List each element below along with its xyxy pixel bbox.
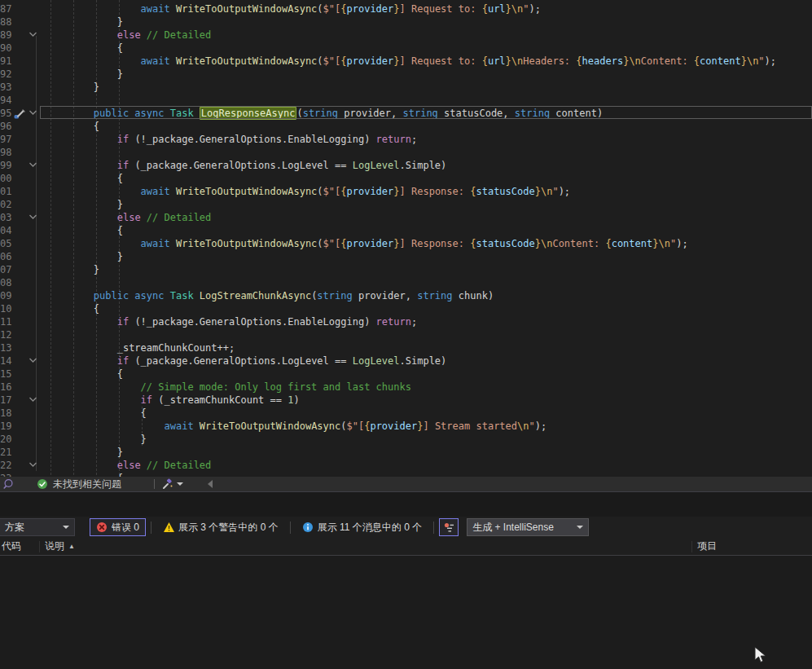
fold-chevron-icon[interactable]	[27, 29, 40, 42]
code-line[interactable]: 92 }	[0, 68, 812, 81]
glyph-margin	[12, 2, 27, 15]
code-line[interactable]: 10 {	[0, 302, 812, 315]
code-line[interactable]: 02 }	[0, 198, 812, 211]
code-line[interactable]: 93 }	[0, 81, 812, 94]
code-line[interactable]: 96 {	[0, 120, 812, 133]
fold-margin	[27, 120, 40, 133]
divider	[154, 479, 155, 489]
line-number: 13	[0, 341, 12, 354]
code-text: }	[40, 81, 99, 94]
code-line[interactable]: 97 if (!_package.GeneralOptions.EnableLo…	[0, 133, 812, 146]
fold-chevron-icon[interactable]	[27, 211, 40, 224]
errors-toggle-button[interactable]: 错误 0	[90, 518, 146, 536]
glyph-margin	[12, 394, 27, 407]
code-line[interactable]: 91 await WriteToOutputWindowAsync($"[{pr…	[0, 55, 812, 68]
code-line[interactable]: 01 await WriteToOutputWindowAsync($"[{pr…	[0, 185, 812, 198]
no-issues-check-icon	[37, 478, 48, 490]
glyph-margin	[12, 172, 27, 185]
column-header-description[interactable]: 说明 ▲	[40, 538, 691, 555]
build-intellisense-dropdown[interactable]: 生成 + IntelliSense	[467, 518, 589, 536]
scope-dropdown[interactable]: 方案	[0, 518, 75, 536]
code-text: await WriteToOutputWindowAsync($"[{provi…	[40, 237, 688, 250]
chevron-down-icon[interactable]	[177, 482, 183, 486]
line-number: 07	[0, 263, 12, 276]
messages-button-label: 展示 11 个消息中的 0 个	[318, 521, 422, 535]
fold-margin	[27, 341, 40, 354]
code-line[interactable]: 89 else // Detailed	[0, 29, 812, 42]
hscroll-left-arrow[interactable]	[208, 480, 213, 488]
code-text: {	[40, 172, 123, 185]
filter-button[interactable]	[439, 518, 459, 536]
code-line[interactable]: 98	[0, 146, 812, 159]
code-line[interactable]: 09 public async Task LogStreamChunkAsync…	[0, 289, 812, 302]
code-text: }	[40, 198, 123, 211]
line-number: 87	[0, 2, 12, 15]
glyph-margin	[12, 381, 27, 394]
warnings-toggle-button[interactable]: 展示 3 个警告中的 0 个	[156, 518, 285, 536]
warning-icon	[163, 522, 174, 533]
code-line[interactable]: 00 {	[0, 172, 812, 185]
code-line[interactable]: 90 {	[0, 42, 812, 55]
code-line[interactable]: 05 await WriteToOutputWindowAsync($"[{pr…	[0, 237, 812, 250]
code-text: await WriteToOutputWindowAsync($"[{provi…	[40, 185, 570, 198]
quick-fix-screwdriver-icon[interactable]	[161, 478, 173, 490]
code-line[interactable]: 08	[0, 276, 812, 289]
panel-separator	[0, 492, 812, 517]
glyph-margin	[12, 185, 27, 198]
glyph-margin	[12, 237, 27, 250]
code-line[interactable]: 22 else // Detailed	[0, 459, 812, 472]
warnings-button-label: 展示 3 个警告中的 0 个	[178, 521, 279, 535]
document-health-icon[interactable]	[2, 478, 14, 490]
line-number: 96	[0, 120, 12, 133]
fold-margin	[27, 94, 40, 107]
code-line[interactable]: 94	[0, 94, 812, 107]
code-line[interactable]: 14 if (_package.GeneralOptions.LogLevel …	[0, 354, 812, 368]
code-line[interactable]: 13 _streamChunkCount++;	[0, 341, 812, 354]
code-line[interactable]: 12	[0, 328, 812, 341]
fold-chevron-icon[interactable]	[27, 354, 40, 368]
error-list-header: 代码 说明 ▲ 项目	[0, 538, 812, 556]
code-text: }	[40, 250, 123, 263]
code-line[interactable]: 06 }	[0, 250, 812, 263]
glyph-margin	[12, 211, 27, 224]
code-line[interactable]: 21 }	[0, 446, 812, 459]
glyph-margin	[12, 250, 27, 263]
code-line[interactable]: 18 {	[0, 407, 812, 420]
code-line[interactable]: 87 await WriteToOutputWindowAsync($"[{pr…	[0, 2, 812, 15]
quick-actions-screwdriver-icon[interactable]	[12, 107, 27, 120]
line-number: 01	[0, 185, 12, 198]
glyph-margin	[12, 354, 27, 368]
column-header-project[interactable]: 项目	[692, 538, 722, 555]
code-line[interactable]: 07 }	[0, 263, 812, 276]
code-line[interactable]: 19 await WriteToOutputWindowAsync($"[{pr…	[0, 420, 812, 433]
fold-margin	[27, 42, 40, 55]
errors-button-label: 错误 0	[112, 521, 139, 535]
messages-toggle-button[interactable]: 展示 11 个消息中的 0 个	[296, 518, 428, 536]
code-line[interactable]: 04 {	[0, 224, 812, 237]
fold-chevron-icon[interactable]	[27, 159, 40, 172]
column-header-code[interactable]: 代码	[0, 538, 39, 555]
fold-margin	[27, 250, 40, 263]
fold-chevron-icon[interactable]	[27, 394, 40, 407]
fold-margin	[27, 224, 40, 237]
code-line[interactable]: 15 {	[0, 368, 812, 381]
code-line[interactable]: 95 public async Task LogResponseAsync(st…	[0, 107, 812, 120]
glyph-margin	[12, 68, 27, 81]
code-line[interactable]: 20 }	[0, 433, 812, 446]
glyph-margin	[12, 446, 27, 459]
code-editor[interactable]: 87 await WriteToOutputWindowAsync($"[{pr…	[0, 0, 812, 477]
fold-chevron-icon[interactable]	[27, 459, 40, 472]
line-number: 02	[0, 198, 12, 211]
code-line[interactable]: 11 if (!_package.GeneralOptions.EnableLo…	[0, 315, 812, 328]
error-list-body[interactable]	[0, 556, 812, 669]
line-number: 94	[0, 94, 12, 107]
code-line[interactable]: 88 }	[0, 15, 812, 29]
code-line[interactable]: 17 if (_streamChunkCount == 1)	[0, 394, 812, 407]
code-line[interactable]: 03 else // Detailed	[0, 211, 812, 224]
code-line[interactable]: 99 if (_package.GeneralOptions.LogLevel …	[0, 159, 812, 172]
chevron-down-icon	[577, 526, 583, 529]
fold-margin	[27, 146, 40, 159]
fold-margin	[27, 15, 40, 29]
code-line[interactable]: 16 // Simple mode: Only log first and la…	[0, 381, 812, 394]
fold-chevron-icon[interactable]	[27, 107, 40, 120]
